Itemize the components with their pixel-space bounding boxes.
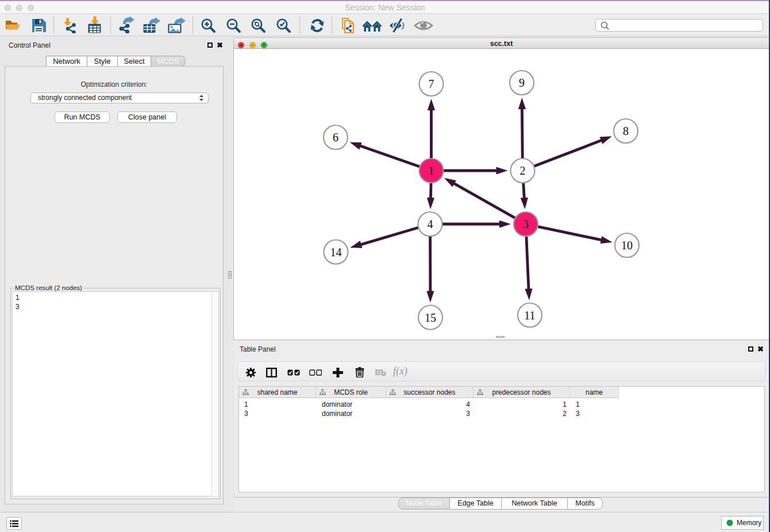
svg-text:2: 2 xyxy=(520,164,526,177)
svg-text:10: 10 xyxy=(621,239,633,252)
svg-text:9: 9 xyxy=(519,76,525,89)
svg-text:4: 4 xyxy=(428,218,433,230)
svg-text:3: 3 xyxy=(523,218,529,230)
svg-text:14: 14 xyxy=(330,246,342,259)
svg-text:11: 11 xyxy=(524,309,535,322)
svg-text:1: 1 xyxy=(429,164,434,177)
svg-text:15: 15 xyxy=(425,311,436,324)
svg-text:6: 6 xyxy=(333,131,338,144)
svg-text:7: 7 xyxy=(429,78,434,90)
svg-text:8: 8 xyxy=(623,125,629,137)
